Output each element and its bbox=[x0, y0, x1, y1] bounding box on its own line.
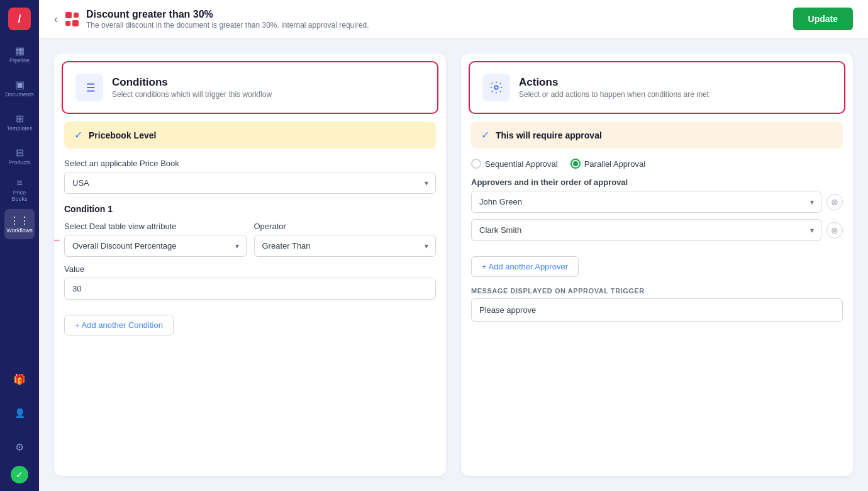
condition-label: Condition 1 bbox=[64, 204, 436, 214]
price-book-group: Select an applicable Price Book USAEurop… bbox=[64, 159, 436, 194]
approval-section-header: ✓ This will require approval bbox=[471, 121, 843, 149]
sequential-radio[interactable] bbox=[471, 159, 481, 169]
sidebar-item-label: Price Books bbox=[4, 190, 35, 203]
condition-row-wrapper: ← Select Deal table view attribute Overa… bbox=[64, 222, 436, 257]
conditions-icon bbox=[75, 74, 103, 101]
sidebar-item-price-books[interactable]: ≡ Price Books bbox=[4, 175, 35, 205]
approval-section-title: This will require approval bbox=[496, 130, 602, 140]
pricebook-check-icon: ✓ bbox=[74, 129, 82, 141]
sidebar-item-pipeline[interactable]: ▦ Pipeline bbox=[4, 39, 35, 69]
parallel-label: Parallel Approval bbox=[584, 159, 646, 169]
add-user-icon: 👤 bbox=[14, 408, 25, 418]
attribute-select[interactable]: Overall Discount PercentageDeal ValueDis… bbox=[64, 235, 247, 257]
workflow-icon-group bbox=[65, 12, 79, 26]
sidebar: / ▦ Pipeline ▣ Documents ⊞ Templates ⊟ P… bbox=[0, 0, 39, 491]
pricebook-section-title: Pricebook Level bbox=[89, 130, 156, 140]
add-approver-button[interactable]: + Add another Approver bbox=[471, 256, 579, 277]
sidebar-item-label: Documents bbox=[5, 92, 34, 98]
icon-box-1 bbox=[65, 12, 72, 18]
sidebar-item-label: Templates bbox=[6, 126, 32, 132]
content-area: Conditions Select conditions which will … bbox=[39, 38, 868, 491]
approver-2-row: Clark SmithAlice JohnsonMike Davis ⊗ bbox=[471, 219, 843, 241]
attribute-select-wrapper: Overall Discount PercentageDeal ValueDis… bbox=[64, 235, 247, 257]
page-title: Discount greater than 30% bbox=[86, 9, 793, 20]
sidebar-item-label: Products bbox=[8, 160, 31, 166]
page-subtitle: The overall discount in the document is … bbox=[86, 21, 793, 30]
attribute-group: Select Deal table view attribute Overall… bbox=[64, 222, 247, 257]
value-group: Value bbox=[64, 264, 436, 300]
parallel-option[interactable]: Parallel Approval bbox=[570, 159, 646, 169]
pipeline-icon: ▦ bbox=[15, 45, 25, 57]
sidebar-item-templates[interactable]: ⊞ Templates bbox=[4, 107, 35, 137]
icon-box-2 bbox=[74, 13, 79, 18]
actions-panel: Actions Select or add actions to happen … bbox=[461, 54, 853, 476]
actions-title: Actions bbox=[519, 76, 709, 89]
remove-approver-2-button[interactable]: ⊗ bbox=[826, 222, 843, 239]
conditions-title: Conditions bbox=[112, 76, 272, 89]
message-input[interactable] bbox=[471, 298, 843, 322]
sidebar-item-workflows[interactable]: ⋮⋮ Workflows bbox=[4, 209, 35, 239]
approver-2-select-wrapper: Clark SmithAlice JohnsonMike Davis bbox=[471, 219, 821, 241]
approval-type-group: Sequential Approval Parallel Approval bbox=[471, 159, 843, 169]
operator-select-wrapper: Greater ThanLess ThanEqual ToNot Equal T… bbox=[254, 235, 437, 257]
value-label: Value bbox=[64, 264, 436, 274]
price-book-label: Select an applicable Price Book bbox=[64, 159, 436, 168]
attribute-label: Select Deal table view attribute bbox=[64, 222, 247, 231]
sidebar-item-settings[interactable]: ⚙ bbox=[4, 432, 35, 462]
conditions-panel-header: Conditions Select conditions which will … bbox=[62, 61, 438, 114]
app-logo[interactable]: / bbox=[8, 8, 31, 30]
approver-1-row: John GreenJane DoeBob Smith ⊗ bbox=[471, 191, 843, 213]
pricebook-section-header: ✓ Pricebook Level bbox=[64, 121, 436, 149]
header-text: Discount greater than 30% The overall di… bbox=[86, 9, 793, 30]
approvers-label: Approvers and in their order of approval bbox=[471, 178, 843, 187]
sidebar-item-gift[interactable]: 🎁 bbox=[4, 364, 35, 394]
price-book-select[interactable]: USAEuropeAPAC bbox=[64, 172, 436, 194]
main-content: ‹ Discount greater than 30% The overall … bbox=[39, 0, 868, 491]
price-book-select-wrapper: USAEuropeAPAC bbox=[64, 172, 436, 194]
conditions-body: ✓ Pricebook Level Select an applicable P… bbox=[54, 121, 446, 476]
icon-box-4 bbox=[72, 20, 79, 26]
conditions-subtitle: Select conditions which will trigger thi… bbox=[112, 90, 272, 99]
back-button[interactable]: ‹ bbox=[54, 13, 58, 26]
approval-check-icon: ✓ bbox=[481, 129, 489, 141]
logo-icon: / bbox=[18, 13, 21, 26]
approvers-group: Approvers and in their order of approval… bbox=[471, 178, 843, 241]
workflows-icon: ⋮⋮ bbox=[9, 215, 30, 227]
condition-selects-row: Select Deal table view attribute Overall… bbox=[64, 222, 436, 257]
actions-panel-header: Actions Select or add actions to happen … bbox=[469, 61, 845, 114]
documents-icon: ▣ bbox=[15, 79, 25, 91]
gift-icon: 🎁 bbox=[13, 373, 26, 385]
sequential-option[interactable]: Sequential Approval bbox=[471, 159, 558, 169]
actions-body: ✓ This will require approval Sequential … bbox=[461, 121, 853, 476]
price-books-icon: ≡ bbox=[16, 178, 22, 189]
operator-select[interactable]: Greater ThanLess ThanEqual ToNot Equal T… bbox=[254, 235, 437, 257]
approver-1-select[interactable]: John GreenJane DoeBob Smith bbox=[471, 191, 821, 213]
update-button[interactable]: Update bbox=[793, 8, 853, 30]
sequential-label: Sequential Approval bbox=[485, 159, 558, 169]
sidebar-item-products[interactable]: ⊟ Products bbox=[4, 141, 35, 171]
settings-icon: ⚙ bbox=[15, 441, 24, 453]
products-icon: ⊟ bbox=[16, 147, 24, 159]
sidebar-item-add-user[interactable]: 👤 bbox=[4, 398, 35, 428]
conditions-header-text: Conditions Select conditions which will … bbox=[112, 76, 272, 99]
conditions-panel: Conditions Select conditions which will … bbox=[54, 54, 446, 476]
approver-2-select[interactable]: Clark SmithAlice JohnsonMike Davis bbox=[471, 219, 821, 241]
operator-group: Operator Greater ThanLess ThanEqual ToNo… bbox=[254, 222, 437, 257]
parallel-radio[interactable] bbox=[570, 159, 581, 169]
templates-icon: ⊞ bbox=[16, 113, 24, 125]
add-condition-button[interactable]: + Add another Condition bbox=[64, 315, 174, 336]
check-badge[interactable]: ✓ bbox=[11, 466, 28, 483]
sidebar-item-documents[interactable]: ▣ Documents bbox=[4, 73, 35, 103]
actions-header-text: Actions Select or add actions to happen … bbox=[519, 76, 709, 99]
remove-approver-1-button[interactable]: ⊗ bbox=[826, 194, 843, 210]
arrow-indicator: ← bbox=[54, 230, 63, 249]
page-header: ‹ Discount greater than 30% The overall … bbox=[39, 0, 868, 38]
actions-icon bbox=[482, 74, 510, 101]
sidebar-item-label: Workflows bbox=[6, 228, 32, 234]
value-input[interactable] bbox=[64, 278, 436, 300]
approver-1-select-wrapper: John GreenJane DoeBob Smith bbox=[471, 191, 821, 213]
message-group: MESSAGE DISPLAYED ON APPROVAL TRIGGER bbox=[471, 287, 843, 322]
sidebar-item-label: Pipeline bbox=[9, 58, 30, 64]
icon-box-3 bbox=[65, 21, 70, 26]
message-section-label: MESSAGE DISPLAYED ON APPROVAL TRIGGER bbox=[471, 287, 843, 295]
